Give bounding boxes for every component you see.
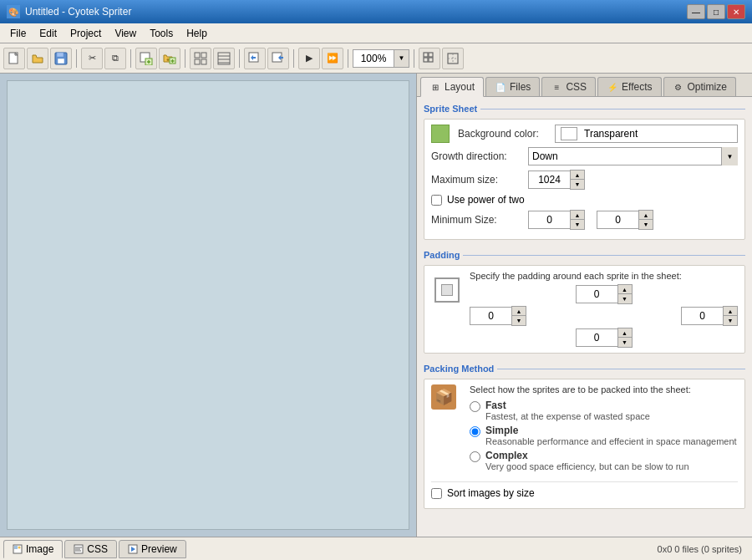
zoom-dropdown[interactable]: ▼ (394, 49, 409, 68)
maximum-size-input[interactable]: 1024 (528, 171, 570, 189)
svg-rect-15 (201, 53, 206, 58)
svg-rect-26 (424, 58, 428, 62)
padding-top-input[interactable] (576, 285, 617, 303)
menu-edit[interactable]: Edit (33, 26, 64, 41)
maximum-size-up[interactable]: ▲ (571, 171, 584, 180)
close-button[interactable]: ✕ (727, 4, 745, 19)
toolbar: ✂ ⧉ ▶ ⏩ 100% ▼ (0, 43, 752, 74)
save-button[interactable] (50, 48, 72, 69)
min-size-down2[interactable]: ▼ (639, 220, 653, 229)
snap-button[interactable] (442, 48, 464, 69)
tab-files[interactable]: 📄 Files (485, 77, 540, 96)
maximize-button[interactable]: □ (707, 4, 725, 19)
add-image-button[interactable] (135, 48, 157, 69)
grid-button[interactable] (419, 48, 440, 69)
menu-file[interactable]: File (3, 26, 33, 41)
menu-project[interactable]: Project (64, 26, 108, 41)
svg-rect-32 (14, 546, 18, 549)
export-button[interactable] (244, 48, 266, 69)
minimum-size-input1[interactable] (528, 211, 570, 229)
sort-images-checkbox[interactable] (431, 488, 442, 499)
padding-lr-row: ▲ ▼ ▲ ▼ (470, 306, 738, 326)
copy-button[interactable]: ⧉ (104, 48, 126, 69)
status-tab-image-label: Image (26, 543, 53, 555)
min-size-up2[interactable]: ▲ (639, 211, 653, 220)
padding-top-row: ▲ ▼ (470, 284, 738, 304)
svg-rect-25 (429, 53, 433, 57)
bg-color-label: Background color: (458, 128, 550, 140)
new-button[interactable] (3, 48, 25, 69)
radio-simple-label: Simple (485, 425, 737, 436)
padding-bottom-down[interactable]: ▼ (618, 338, 632, 347)
radio-fast-desc: Fastest, at the expense of wasted space (485, 411, 650, 421)
separator-7 (414, 49, 414, 68)
radio-complex[interactable] (470, 451, 480, 462)
minimum-size-input2[interactable] (597, 211, 638, 229)
svg-rect-24 (424, 53, 428, 57)
padding-right-arrows: ▲ ▼ (723, 306, 738, 326)
radio-fast[interactable] (470, 401, 480, 412)
radio-fast-label: Fast (485, 400, 650, 411)
export2-button[interactable] (267, 48, 289, 69)
padding-left-input[interactable] (470, 307, 511, 325)
view2-button[interactable] (213, 48, 235, 69)
padding-left-up[interactable]: ▲ (512, 307, 526, 316)
minimize-button[interactable]: — (687, 4, 705, 19)
panel-content: Sprite Sheet Background color: Transpare… (417, 97, 752, 537)
tab-effects[interactable]: ⚡ Effects (597, 77, 661, 96)
tab-css[interactable]: ≡ CSS (541, 77, 596, 96)
power-of-two-row: Use power of two (431, 194, 738, 206)
padding-bottom-input[interactable] (576, 328, 617, 347)
svg-rect-3 (57, 53, 64, 57)
padding-top-down[interactable]: ▼ (618, 294, 632, 303)
sprite-sheet-body: Background color: Transparent Growth dir… (424, 119, 745, 240)
menu-tools[interactable]: Tools (143, 26, 180, 41)
status-tab-css[interactable]: CSS (64, 540, 117, 558)
tab-layout[interactable]: ⊞ Layout (420, 77, 484, 97)
svg-rect-16 (195, 59, 200, 64)
minimum-size-spinner1: ▲ ▼ (528, 210, 585, 230)
zoom-input[interactable]: 100% (353, 49, 394, 68)
canvas[interactable] (7, 80, 409, 530)
zoom-combo: 100% ▼ (353, 49, 409, 68)
status-tab-image[interactable]: Image (3, 540, 63, 558)
status-tab-preview[interactable]: Preview (119, 540, 186, 558)
menu-help[interactable]: Help (180, 26, 214, 41)
growth-direction-label: Growth direction: (431, 150, 523, 162)
maximum-size-down[interactable]: ▼ (571, 180, 584, 189)
tab-optimize[interactable]: ⚙ Optimize (663, 77, 736, 96)
menu-view[interactable]: View (108, 26, 143, 41)
packing-description: Select how the sprites are to be packed … (470, 384, 738, 395)
sprite-sheet-section: Sprite Sheet Background color: Transpare… (424, 104, 745, 240)
min-size-down1[interactable]: ▼ (571, 220, 584, 229)
power-of-two-checkbox[interactable] (431, 195, 442, 206)
play2-button[interactable]: ⏩ (322, 48, 343, 69)
minimum-size-arrows2: ▲ ▼ (638, 210, 653, 230)
layout-icon: ⊞ (429, 81, 441, 93)
padding-right-up[interactable]: ▲ (724, 307, 737, 316)
background-color-button[interactable]: Transparent (555, 125, 738, 143)
open-button[interactable] (27, 48, 48, 69)
growth-direction-select[interactable]: Down Up Left Right (528, 147, 738, 165)
cut-button[interactable]: ✂ (81, 48, 103, 69)
padding-top-up[interactable]: ▲ (618, 285, 632, 294)
padding-left-down[interactable]: ▼ (512, 316, 526, 325)
svg-rect-17 (201, 59, 206, 64)
padding-header: Padding (424, 250, 745, 260)
padding-right-down[interactable]: ▼ (724, 316, 737, 325)
radio-simple[interactable] (470, 426, 480, 437)
padding-bottom-up[interactable]: ▲ (618, 328, 632, 338)
view-button[interactable] (190, 48, 211, 69)
padding-inner-box (441, 284, 453, 296)
packing-method-header: Packing Method (424, 364, 745, 374)
packing-options: Select how the sprites are to be packed … (470, 384, 738, 475)
padding-section: Padding Specify the padding around each … (424, 250, 745, 354)
play-button[interactable]: ▶ (298, 48, 320, 69)
min-size-up1[interactable]: ▲ (571, 211, 584, 220)
color-swatch (431, 125, 450, 143)
add-folder-button[interactable] (159, 48, 180, 69)
padding-right-input[interactable] (681, 307, 723, 325)
canvas-area (0, 74, 416, 537)
image-icon (13, 544, 23, 554)
radio-fast-content: Fast Fastest, at the expense of wasted s… (485, 400, 650, 421)
